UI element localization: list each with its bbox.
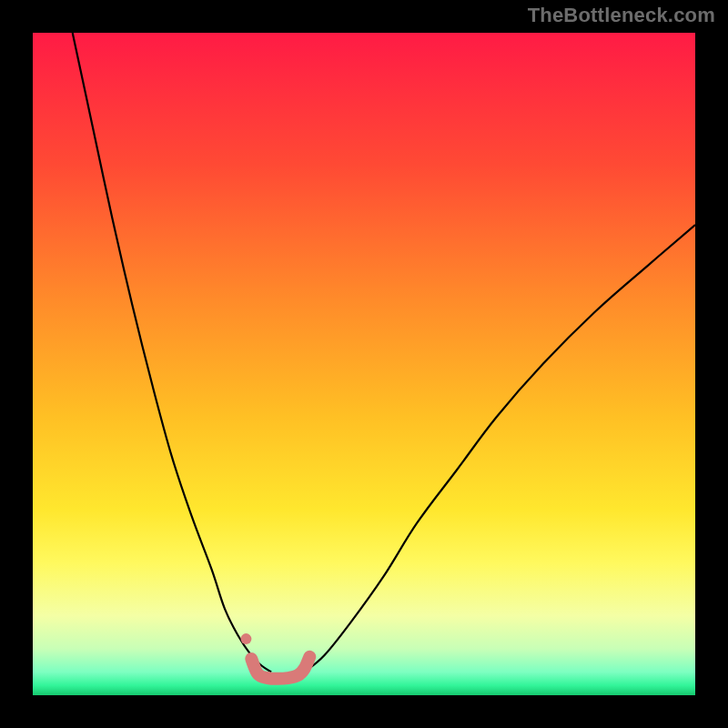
chart-frame: TheBottleneck.com: [0, 0, 728, 728]
series-trough-dot-point: [240, 633, 251, 644]
chart-svg: [33, 33, 695, 695]
watermark-text: TheBottleneck.com: [528, 4, 715, 27]
gradient-background: [33, 33, 695, 695]
plot-area: [33, 33, 695, 695]
